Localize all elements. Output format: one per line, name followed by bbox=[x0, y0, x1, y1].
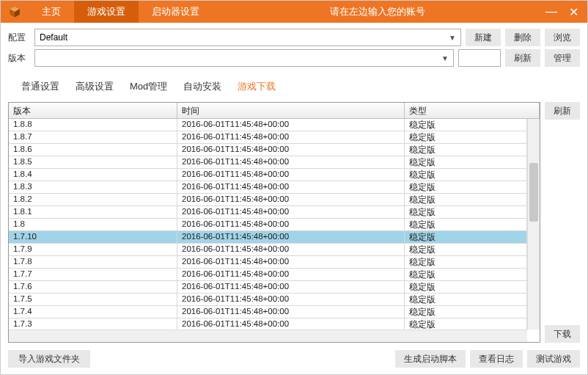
cell-version: 1.8 bbox=[9, 219, 177, 230]
table-row[interactable]: 1.8.22016-06-01T11:45:48+00:00稳定版 bbox=[9, 194, 527, 206]
version-select[interactable]: ▼ bbox=[34, 49, 454, 67]
table-header: 版本 时间 类型 bbox=[9, 103, 540, 119]
test-game-button[interactable]: 测试游戏 bbox=[527, 350, 580, 368]
manage-button[interactable]: 管理 bbox=[545, 49, 580, 67]
th-time[interactable]: 时间 bbox=[177, 103, 405, 118]
gen-script-button[interactable]: 生成启动脚本 bbox=[395, 350, 466, 368]
cell-version: 1.8.4 bbox=[9, 169, 177, 181]
cell-type: 稳定版 bbox=[405, 156, 527, 168]
table-row[interactable]: 1.8.82016-06-01T11:45:48+00:00稳定版 bbox=[9, 119, 527, 131]
cell-version: 1.8.8 bbox=[9, 119, 177, 131]
cell-type: 稳定版 bbox=[405, 256, 527, 268]
table-row[interactable]: 1.7.42016-06-01T11:45:48+00:00稳定版 bbox=[9, 306, 527, 318]
cell-version: 1.8.2 bbox=[9, 194, 177, 205]
cell-version: 1.7.4 bbox=[9, 306, 177, 318]
horizontal-scrollbar[interactable] bbox=[9, 330, 527, 342]
view-log-button[interactable]: 查看日志 bbox=[470, 350, 523, 368]
cell-time: 2016-06-01T11:45:48+00:00 bbox=[177, 306, 405, 318]
cell-type: 稳定版 bbox=[405, 294, 527, 305]
cell-time: 2016-06-01T11:45:48+00:00 bbox=[177, 131, 405, 143]
cell-time: 2016-06-01T11:45:48+00:00 bbox=[177, 219, 405, 230]
cell-type: 稳定版 bbox=[405, 244, 527, 255]
th-version[interactable]: 版本 bbox=[9, 103, 177, 118]
window-controls: — ✕ bbox=[543, 1, 587, 23]
version-label: 版本 bbox=[8, 52, 30, 65]
cell-version: 1.7.9 bbox=[9, 244, 177, 255]
table-row[interactable]: 1.8.32016-06-01T11:45:48+00:00稳定版 bbox=[9, 181, 527, 194]
version-row: 版本 ▼ 刷新 管理 bbox=[1, 49, 587, 70]
table-row[interactable]: 1.7.82016-06-01T11:45:48+00:00稳定版 bbox=[9, 256, 527, 269]
cell-version: 1.7.8 bbox=[9, 256, 177, 268]
import-folder-button[interactable]: 导入游戏文件夹 bbox=[8, 350, 90, 368]
table-row[interactable]: 1.7.72016-06-01T11:45:48+00:00稳定版 bbox=[9, 269, 527, 281]
config-label: 配置 bbox=[8, 32, 30, 44]
cell-time: 2016-06-01T11:45:48+00:00 bbox=[177, 244, 405, 255]
table-row[interactable]: 1.8.42016-06-01T11:45:48+00:00稳定版 bbox=[9, 169, 527, 181]
cell-version: 1.8.7 bbox=[9, 131, 177, 143]
close-button[interactable]: ✕ bbox=[566, 5, 581, 19]
cell-time: 2016-06-01T11:45:48+00:00 bbox=[177, 119, 405, 131]
cell-time: 2016-06-01T11:45:48+00:00 bbox=[177, 169, 405, 181]
cell-time: 2016-06-01T11:45:48+00:00 bbox=[177, 181, 405, 193]
table-row[interactable]: 1.7.62016-06-01T11:45:48+00:00稳定版 bbox=[9, 281, 527, 294]
table-row[interactable]: 1.7.52016-06-01T11:45:48+00:00稳定版 bbox=[9, 294, 527, 306]
cell-time: 2016-06-01T11:45:48+00:00 bbox=[177, 144, 405, 156]
cell-version: 1.7.3 bbox=[9, 318, 177, 330]
inner-tab-2[interactable]: Mod管理 bbox=[130, 80, 167, 93]
titlebar-tab-1[interactable]: 游戏设置 bbox=[74, 1, 139, 23]
minimize-button[interactable]: — bbox=[543, 5, 560, 18]
table-row[interactable]: 1.8.62016-06-01T11:45:48+00:00稳定版 bbox=[9, 144, 527, 156]
titlebar-tab-0[interactable]: 主页 bbox=[29, 1, 74, 23]
cell-version: 1.8.6 bbox=[9, 144, 177, 156]
cell-version: 1.7.6 bbox=[9, 281, 177, 293]
refresh-button[interactable]: 刷新 bbox=[505, 49, 540, 67]
cell-version: 1.8.3 bbox=[9, 181, 177, 193]
side-refresh-button[interactable]: 刷新 bbox=[545, 102, 580, 120]
cell-type: 稳定版 bbox=[405, 194, 527, 205]
cell-version: 1.7.5 bbox=[9, 294, 177, 305]
browse-button[interactable]: 浏览 bbox=[545, 29, 580, 46]
cell-type: 稳定版 bbox=[405, 281, 527, 293]
delete-button[interactable]: 删除 bbox=[505, 29, 540, 46]
inner-tab-4[interactable]: 游戏下载 bbox=[238, 80, 276, 93]
cell-version: 1.7.7 bbox=[9, 269, 177, 280]
inner-tab-3[interactable]: 自动安装 bbox=[183, 80, 221, 93]
app-logo-icon bbox=[1, 1, 29, 23]
table-row[interactable]: 1.82016-06-01T11:45:48+00:00稳定版 bbox=[9, 219, 527, 231]
table-row[interactable]: 1.7.92016-06-01T11:45:48+00:00稳定版 bbox=[9, 244, 527, 256]
cell-type: 稳定版 bbox=[405, 144, 527, 156]
config-select[interactable]: Default ▼ bbox=[34, 29, 461, 46]
table-row[interactable]: 1.7.102016-06-01T11:45:48+00:00稳定版 bbox=[9, 231, 527, 244]
inner-tab-0[interactable]: 普通设置 bbox=[21, 80, 59, 93]
th-type[interactable]: 类型 bbox=[405, 103, 540, 118]
cell-time: 2016-06-01T11:45:48+00:00 bbox=[177, 269, 405, 280]
cell-time: 2016-06-01T11:45:48+00:00 bbox=[177, 281, 405, 293]
cell-time: 2016-06-01T11:45:48+00:00 bbox=[177, 206, 405, 218]
config-select-value: Default bbox=[40, 32, 67, 43]
table-row[interactable]: 1.8.72016-06-01T11:45:48+00:00稳定版 bbox=[9, 131, 527, 144]
scrollbar-thumb[interactable] bbox=[529, 163, 538, 222]
titlebar-tab-2[interactable]: 启动器设置 bbox=[139, 1, 213, 23]
table-row[interactable]: 1.8.52016-06-01T11:45:48+00:00稳定版 bbox=[9, 156, 527, 169]
download-button[interactable]: 下载 bbox=[545, 325, 580, 343]
cell-time: 2016-06-01T11:45:48+00:00 bbox=[177, 256, 405, 268]
new-button[interactable]: 新建 bbox=[466, 29, 501, 46]
table-body: 1.8.82016-06-01T11:45:48+00:00稳定版1.8.720… bbox=[9, 119, 540, 342]
titlebar: 主页游戏设置启动器设置 请在左边输入您的账号 — ✕ bbox=[1, 1, 587, 23]
config-row: 配置 Default ▼ 新建 删除 浏览 bbox=[1, 23, 587, 49]
cell-time: 2016-06-01T11:45:48+00:00 bbox=[177, 294, 405, 305]
inner-tabs: 普通设置高级设置Mod管理自动安装游戏下载 bbox=[1, 70, 587, 99]
cell-version: 1.8.5 bbox=[9, 156, 177, 168]
cell-type: 稳定版 bbox=[405, 169, 527, 181]
version-extra-input[interactable] bbox=[458, 49, 501, 67]
cell-type: 稳定版 bbox=[405, 318, 527, 330]
inner-tab-1[interactable]: 高级设置 bbox=[76, 80, 114, 93]
table-row[interactable]: 1.8.12016-06-01T11:45:48+00:00稳定版 bbox=[9, 206, 527, 219]
cell-type: 稳定版 bbox=[405, 206, 527, 218]
cell-time: 2016-06-01T11:45:48+00:00 bbox=[177, 231, 405, 243]
cell-time: 2016-06-01T11:45:48+00:00 bbox=[177, 318, 405, 330]
cell-type: 稳定版 bbox=[405, 131, 527, 143]
vertical-scrollbar[interactable] bbox=[527, 119, 540, 330]
footer: 导入游戏文件夹 生成启动脚本 查看日志 测试游戏 bbox=[1, 343, 587, 375]
cell-type: 稳定版 bbox=[405, 219, 527, 230]
